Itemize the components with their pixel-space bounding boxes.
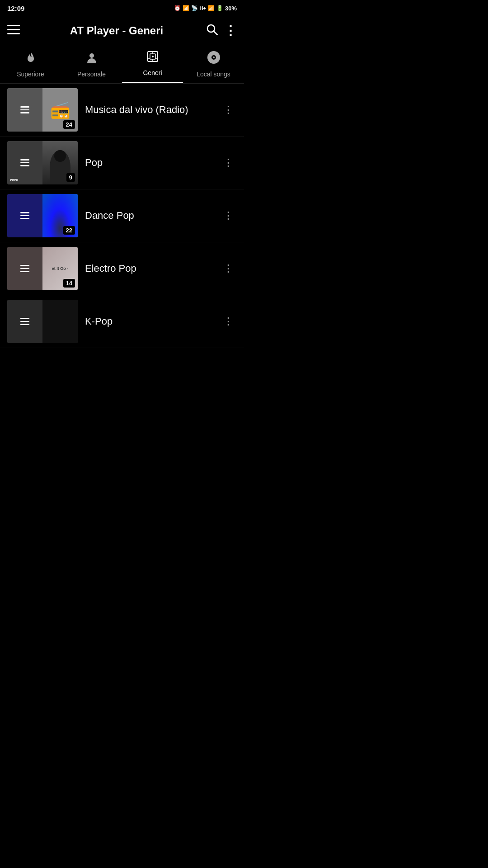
tab-local-songs[interactable]: Local songs bbox=[183, 50, 244, 83]
drag-lines-pop bbox=[20, 159, 29, 166]
genre-item-radio[interactable]: 📻 24 Musica dal vivo (Radio) ⋮ bbox=[0, 84, 244, 137]
genre-name-electro-pop: Electro Pop bbox=[85, 263, 220, 274]
genre-thumb-dance-pop: 22 bbox=[7, 194, 78, 237]
person-icon bbox=[85, 51, 99, 68]
signal-icon: 📡 bbox=[191, 5, 198, 11]
signal-bars-icon: 📶 bbox=[208, 5, 215, 11]
svg-point-15 bbox=[213, 57, 215, 58]
network-h-plus: H+ bbox=[200, 5, 206, 11]
wifi-icon: 📶 bbox=[183, 5, 189, 11]
vinyl-icon bbox=[206, 50, 221, 68]
tabs: Superiore Personale Generi bbox=[0, 45, 244, 84]
svg-point-8 bbox=[152, 56, 154, 57]
fire-icon bbox=[24, 51, 38, 68]
more-options-radio[interactable]: ⋮ bbox=[220, 100, 237, 119]
more-options-electro-pop[interactable]: ⋮ bbox=[220, 259, 237, 278]
count-badge-electro-pop: 14 bbox=[63, 279, 75, 288]
menu-icon[interactable] bbox=[7, 25, 20, 37]
more-options-dance-pop[interactable]: ⋮ bbox=[220, 206, 237, 225]
count-badge-dance-pop: 22 bbox=[63, 226, 75, 235]
vevo-label: vevo bbox=[10, 178, 18, 182]
tab-personale[interactable]: Personale bbox=[61, 51, 122, 83]
genre-name-dance-pop: Dance Pop bbox=[85, 210, 220, 222]
tab-superiore-label: Superiore bbox=[17, 71, 44, 78]
drag-handle-left-radio bbox=[7, 88, 42, 132]
app-bar-actions: ⋮ bbox=[206, 24, 237, 38]
genre-thumb-pop: vevo 9 bbox=[7, 141, 78, 184]
status-icons: ⏰ 📶 📡 H+ 📶 🔋 30% bbox=[174, 5, 237, 12]
drag-handle-left-k-pop bbox=[7, 300, 42, 343]
tab-local-songs-label: Local songs bbox=[197, 71, 230, 78]
search-icon[interactable] bbox=[206, 24, 218, 38]
genre-name-k-pop: K-Pop bbox=[85, 316, 220, 327]
tab-personale-label: Personale bbox=[77, 71, 106, 78]
svg-line-4 bbox=[214, 31, 217, 35]
genre-thumb-k-pop bbox=[7, 300, 78, 343]
drag-handle-left-electro-pop bbox=[7, 247, 42, 290]
genre-thumb-radio: 📻 24 bbox=[7, 88, 78, 132]
svg-rect-0 bbox=[7, 25, 20, 26]
more-options-k-pop[interactable]: ⋮ bbox=[220, 312, 237, 331]
genre-thumb-electro-pop: et It Go - 14 bbox=[7, 247, 78, 290]
count-badge-radio: 24 bbox=[63, 120, 75, 129]
tab-superiore[interactable]: Superiore bbox=[0, 51, 61, 83]
genre-item-dance-pop[interactable]: 22 Dance Pop ⋮ bbox=[0, 189, 244, 242]
drag-lines-radio bbox=[20, 106, 29, 113]
status-time: 12:09 bbox=[7, 5, 24, 12]
music-library-icon bbox=[146, 50, 160, 66]
battery-percent: 30% bbox=[225, 5, 237, 12]
thumb-art-k-pop bbox=[42, 300, 78, 343]
genre-item-electro-pop[interactable]: et It Go - 14 Electro Pop ⋮ bbox=[0, 242, 244, 295]
alarm-icon: ⏰ bbox=[174, 5, 181, 11]
drag-lines-electro-pop bbox=[20, 265, 29, 272]
drag-lines-k-pop bbox=[20, 318, 29, 325]
svg-point-5 bbox=[89, 53, 94, 58]
radio-icon: 📻 bbox=[50, 100, 70, 119]
svg-rect-1 bbox=[7, 29, 20, 30]
tab-generi[interactable]: Generi bbox=[122, 50, 183, 83]
genre-item-pop[interactable]: vevo 9 Pop ⋮ bbox=[0, 137, 244, 189]
app-bar: AT Player - Generi ⋮ bbox=[0, 16, 244, 45]
count-badge-pop: 9 bbox=[66, 173, 75, 182]
drag-handle-left-pop: vevo bbox=[7, 141, 42, 184]
status-bar: 12:09 ⏰ 📶 📡 H+ 📶 🔋 30% bbox=[0, 0, 244, 16]
more-options-pop[interactable]: ⋮ bbox=[220, 153, 237, 172]
battery-icon: 🔋 bbox=[216, 5, 223, 11]
genre-item-k-pop[interactable]: K-Pop ⋮ bbox=[0, 295, 244, 348]
app-title: AT Player - Generi bbox=[27, 24, 206, 37]
genre-name-radio: Musica dal vivo (Radio) bbox=[85, 104, 220, 116]
more-options-icon[interactable]: ⋮ bbox=[224, 24, 237, 37]
drag-lines-dance-pop bbox=[20, 212, 29, 219]
tab-generi-label: Generi bbox=[143, 69, 162, 76]
drag-handle-left-dance-pop bbox=[7, 194, 42, 237]
svg-rect-2 bbox=[7, 33, 20, 34]
genre-name-pop: Pop bbox=[85, 157, 220, 169]
genre-list: 📻 24 Musica dal vivo (Radio) ⋮ vevo 9 Po bbox=[0, 84, 244, 348]
